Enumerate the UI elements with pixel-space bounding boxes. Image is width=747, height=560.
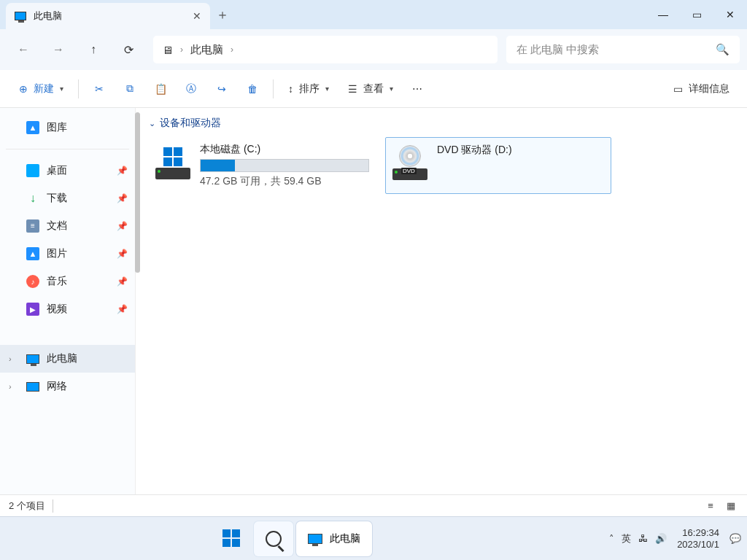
sidebar-item-downloads[interactable]: ↓ 下载 📌 [0,184,135,212]
drive-dvd-d[interactable]: DVD DVD 驱动器 (D:) [385,137,611,194]
ime-indicator[interactable]: 英 [622,532,631,545]
chevron-right-icon[interactable]: › [9,354,19,363]
sidebar-item-desktop[interactable]: 桌面 📌 [0,157,135,184]
sidebar-item-gallery[interactable]: ▲ 图库 [0,114,135,141]
paste-button[interactable]: 📋 [146,79,175,99]
taskbar-search-button[interactable] [254,521,293,556]
separator [6,149,129,149]
desktop-icon [26,164,39,177]
tray-overflow-button[interactable]: ˄ [609,533,614,544]
taskbar: 此电脑 ˄ 英 🖧 🔊 16:29:34 2023/10/1 💬 [0,516,747,560]
item-count: 2 个项目 [9,499,45,513]
download-icon: ↓ [26,192,39,205]
rename-icon: Ⓐ [186,82,196,96]
sidebar-item-label: 网络 [47,380,67,393]
chevron-right-icon[interactable]: › [9,382,19,391]
volume-icon[interactable]: 🔊 [655,533,667,544]
details-pane-button[interactable]: ▭ 详细信息 [666,78,737,100]
sidebar-item-documents[interactable]: ≡ 文档 📌 [0,212,135,240]
pin-icon: 📌 [117,304,128,314]
chevron-right-icon[interactable]: › [231,44,233,55]
minimize-button[interactable]: — [646,0,680,29]
ellipsis-icon: ⋯ [412,83,422,95]
share-button[interactable]: ↪ [207,79,236,99]
sidebar-item-network[interactable]: › 网络 [0,373,135,400]
tab-title: 此电脑 [34,9,185,23]
close-window-button[interactable]: ✕ [713,0,747,29]
separator [78,79,79,98]
drive-usage-text: 47.2 GB 可用，共 59.4 GB [200,175,369,188]
drive-usage-bar [200,159,369,172]
search-icon[interactable]: 🔍 [716,43,729,56]
taskbar-app-explorer[interactable]: 此电脑 [296,521,372,556]
pin-icon: 📌 [117,276,128,287]
hdd-icon [155,143,191,179]
browser-tab[interactable]: 此电脑 ✕ [6,3,210,29]
clock[interactable]: 16:29:34 2023/10/1 [677,527,719,550]
address-bar[interactable]: 🖥 › 此电脑 › [153,36,498,63]
music-icon: ♪ [26,275,39,288]
separator [273,79,274,98]
sidebar-item-label: 桌面 [47,164,67,177]
group-header-devices[interactable]: ⌄ 设备和驱动器 [149,117,735,130]
sidebar: ▲ 图库 桌面 📌 ↓ 下载 📌 ≡ 文档 📌 ▲ 图片 [0,108,136,494]
sort-label: 排序 [299,82,320,96]
address-location: 此电脑 [190,43,223,57]
new-button[interactable]: ⊕ 新建 ▾ [10,78,72,100]
search-box[interactable]: 在 此电脑 中搜索 🔍 [506,36,740,63]
cut-button[interactable]: ✂ [85,79,114,99]
separator [53,499,53,513]
pictures-icon: ▲ [26,247,39,260]
drive-local-c[interactable]: 本地磁盘 (C:) 47.2 GB 可用，共 59.4 GB [149,137,375,194]
new-label: 新建 [34,82,54,96]
restore-button[interactable]: ▭ [680,0,713,29]
chevron-down-icon: ▾ [325,85,329,93]
sidebar-item-label: 图库 [47,121,67,134]
drive-name: DVD 驱动器 (D:) [437,144,605,157]
up-button[interactable]: ↑ [77,35,109,64]
pin-icon: 📌 [117,193,128,203]
group-header-label: 设备和驱动器 [160,117,221,130]
view-icon: ☰ [348,83,357,95]
time: 16:29:34 [682,527,719,539]
documents-icon: ≡ [26,219,39,233]
copy-icon: ⧉ [126,82,133,95]
new-tab-button[interactable]: ＋ [210,6,235,23]
sidebar-item-label: 视频 [47,303,67,316]
delete-button[interactable]: 🗑 [238,79,267,99]
sidebar-item-videos[interactable]: ▶ 视频 📌 [0,295,135,323]
dvd-icon: DVD [392,144,428,180]
rename-button[interactable]: Ⓐ [177,78,206,100]
copy-button[interactable]: ⧉ [115,78,144,99]
titlebar: 此电脑 ✕ ＋ — ▭ ✕ [0,0,747,29]
view-label: 查看 [363,82,384,96]
back-button[interactable]: ← [7,35,39,64]
network-icon [26,382,39,392]
chevron-down-icon: ▾ [390,85,393,93]
sort-button[interactable]: ↕ 排序 ▾ [279,78,338,100]
chevron-down-icon: ▾ [60,85,63,93]
close-tab-button[interactable]: ✕ [193,10,201,22]
view-button[interactable]: ☰ 查看 ▾ [339,78,402,100]
pin-icon: 📌 [117,249,128,259]
sidebar-item-pictures[interactable]: ▲ 图片 📌 [0,240,135,268]
gallery-icon: ▲ [26,121,39,134]
notifications-button[interactable]: 💬 [729,533,741,544]
more-button[interactable]: ⋯ [403,79,431,99]
network-icon[interactable]: 🖧 [638,533,648,544]
forward-button[interactable]: → [42,35,74,64]
tiles-view-button[interactable]: ▦ [724,499,738,513]
sidebar-item-label: 下载 [47,192,67,205]
details-view-button[interactable]: ≡ [703,499,718,513]
drive-name: 本地磁盘 (C:) [200,143,369,156]
share-icon: ↪ [217,83,226,95]
pin-icon: 📌 [117,221,128,231]
details-label: 详细信息 [689,82,729,96]
this-pc-icon [15,12,26,20]
sidebar-item-music[interactable]: ♪ 音乐 📌 [0,268,135,295]
sidebar-item-this-pc[interactable]: › 此电脑 [0,345,135,373]
refresh-button[interactable]: ⟳ [112,35,144,64]
search-placeholder: 在 此电脑 中搜索 [516,43,599,57]
start-button[interactable] [212,521,251,556]
details-icon: ▭ [673,83,683,95]
